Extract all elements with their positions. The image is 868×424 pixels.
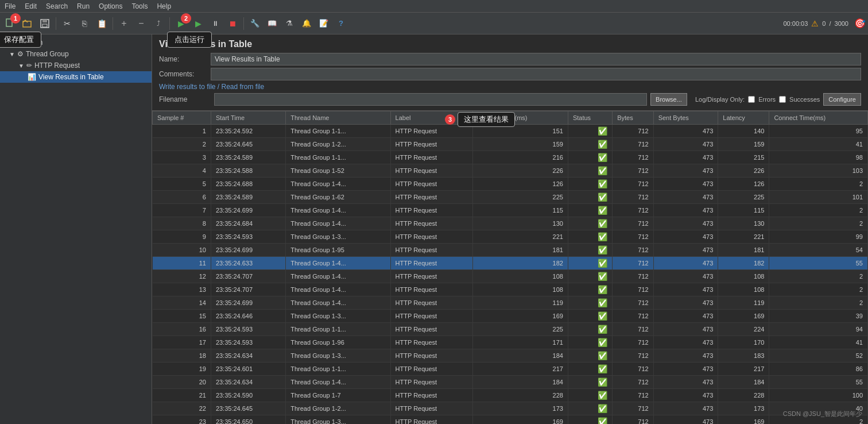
status-icon: ✅ xyxy=(598,391,607,400)
table-row[interactable]: 12 23:35:24.707 Thread Group 1-4... HTTP… xyxy=(153,270,868,283)
copy-button[interactable]: ⎘ xyxy=(76,16,92,32)
help-button[interactable]: ? xyxy=(333,16,349,32)
tree-expand-http-icon: ▼ xyxy=(18,63,24,69)
table-row[interactable]: 6 23:35:24.589 Thread Group 1-62 HTTP Re… xyxy=(153,191,868,204)
table-row[interactable]: 18 23:35:24.634 Thread Group 1-3... HTTP… xyxy=(153,349,868,363)
cell-label: HTTP Request xyxy=(390,125,473,138)
comments-input[interactable] xyxy=(211,68,861,80)
tree-http-request[interactable]: ▼ ✏ HTTP Request xyxy=(0,60,152,71)
cell-latency: 140 xyxy=(718,125,769,138)
table-row[interactable]: 23 23:35:24.650 Thread Group 1-3... HTTP… xyxy=(153,415,868,425)
start-no-pause-button[interactable]: ▶ xyxy=(190,16,206,32)
paste-button[interactable]: 📋 xyxy=(94,16,110,32)
table-row[interactable]: 15 23:35:24.646 Thread Group 1-3... HTTP… xyxy=(153,310,868,323)
results-table-container[interactable]: 3 这里查看结果 Sample # Start Time Thread Name… xyxy=(152,111,868,424)
filename-input[interactable] xyxy=(214,93,647,106)
cell-time: 23:35:24.684 xyxy=(211,217,285,230)
func4-button[interactable]: 🔔 xyxy=(299,16,315,32)
name-input[interactable] xyxy=(211,53,861,65)
cell-sample-time: 216 xyxy=(473,151,568,164)
configure-button[interactable]: Configure xyxy=(823,93,861,106)
func1-button[interactable]: 🔧 xyxy=(247,16,263,32)
status-icon: ✅ xyxy=(598,364,607,373)
cell-status: ✅ xyxy=(568,402,612,415)
remove-button[interactable]: − xyxy=(133,16,149,32)
menu-help[interactable]: Help xyxy=(152,1,176,11)
tree-view-results[interactable]: 📊 View Results in Table xyxy=(0,71,152,83)
cell-sent: 473 xyxy=(653,296,718,310)
cell-label: HTTP Request xyxy=(390,310,473,323)
table-row[interactable]: 17 23:35:24.593 Thread Group 1-96 HTTP R… xyxy=(153,336,868,349)
write-results-link[interactable]: Write results to file / Read from file xyxy=(159,83,861,91)
warning-icon: ⚠ xyxy=(811,19,819,28)
table-row[interactable]: 1 23:35:24.592 Thread Group 1-1... HTTP … xyxy=(153,125,868,138)
menu-file[interactable]: File xyxy=(0,1,20,11)
toolbar-status: 00:00:03 ⚠ 0 / 3000 🎯 xyxy=(784,18,866,29)
table-row[interactable]: 9 23:35:24.593 Thread Group 1-3... HTTP … xyxy=(153,230,868,244)
table-row[interactable]: 10 23:35:24.699 Thread Group 1-95 HTTP R… xyxy=(153,244,868,257)
cell-status: ✅ xyxy=(568,296,612,310)
pause-button[interactable]: ⏸ xyxy=(207,16,223,32)
cell-bytes: 712 xyxy=(613,310,653,323)
cell-sample-time: 225 xyxy=(473,323,568,336)
cell-label: HTTP Request xyxy=(390,204,473,217)
table-row[interactable]: 5 23:35:24.688 Thread Group 1-4... HTTP … xyxy=(153,178,868,191)
save-button[interactable] xyxy=(37,16,53,32)
cell-latency: 225 xyxy=(718,191,769,204)
cell-time: 23:35:24.707 xyxy=(211,270,285,283)
menu-options[interactable]: Options xyxy=(94,1,127,11)
add-button[interactable]: + xyxy=(116,16,132,32)
table-row[interactable]: 20 23:35:24.634 Thread Group 1-4... HTTP… xyxy=(153,376,868,389)
menu-tools[interactable]: Tools xyxy=(127,1,152,11)
table-row[interactable]: 4 23:35:24.588 Thread Group 1-52 HTTP Re… xyxy=(153,164,868,178)
errors-checkbox[interactable] xyxy=(748,96,755,103)
menu-run[interactable]: Run xyxy=(72,1,94,11)
table-row[interactable]: 19 23:35:24.601 Thread Group 1-1... HTTP… xyxy=(153,363,868,376)
func3-button[interactable]: ⚗ xyxy=(281,16,297,32)
tree-test-plan[interactable]: 📋 Test Plan xyxy=(0,37,152,48)
cell-sample-time: 217 xyxy=(473,363,568,376)
table-row[interactable]: 14 23:35:24.699 Thread Group 1-4... HTTP… xyxy=(153,296,868,310)
table-row[interactable]: 3 23:35:24.589 Thread Group 1-1... HTTP … xyxy=(153,151,868,164)
table-row[interactable]: 21 23:35:24.590 Thread Group 1-7 HTTP Re… xyxy=(153,389,868,402)
header-sample-time: Sample Time(ms) xyxy=(473,111,568,125)
stop-button[interactable]: ⏹ xyxy=(224,16,241,32)
cell-sample-time: 184 xyxy=(473,349,568,363)
cell-sample-time: 169 xyxy=(473,310,568,323)
table-row[interactable]: 16 23:35:24.593 Thread Group 1-1... HTTP… xyxy=(153,323,868,336)
func5-button[interactable]: 📝 xyxy=(316,16,332,32)
cell-status: ✅ xyxy=(568,230,612,244)
cell-sent: 473 xyxy=(653,270,718,283)
thread-group-icon: ⚙ xyxy=(17,50,24,58)
table-row[interactable]: 2 23:35:24.645 Thread Group 1-2... HTTP … xyxy=(153,138,868,151)
cell-latency: 126 xyxy=(718,178,769,191)
func2-button[interactable]: 📖 xyxy=(264,16,280,32)
cell-time: 23:35:24.634 xyxy=(211,376,285,389)
open-button[interactable] xyxy=(20,16,36,32)
cell-sent: 473 xyxy=(653,283,718,296)
cell-status: ✅ xyxy=(568,415,612,425)
cell-time: 23:35:24.592 xyxy=(211,125,285,138)
browse-up-button[interactable]: ⤴ xyxy=(150,16,166,32)
table-row[interactable]: 11 23:35:24.633 Thread Group 1-4... HTTP… xyxy=(153,257,868,270)
menu-edit[interactable]: Edit xyxy=(20,1,41,11)
cell-connect: 55 xyxy=(769,376,868,389)
table-row[interactable]: 8 23:35:24.684 Thread Group 1-4... HTTP … xyxy=(153,217,868,230)
cell-thread: Thread Group 1-4... xyxy=(286,376,390,389)
http-request-icon: ✏ xyxy=(26,61,32,70)
cell-sample-time: 225 xyxy=(473,191,568,204)
menu-search[interactable]: Search xyxy=(41,1,72,11)
tree-thread-group[interactable]: ▼ ⚙ Thread Group xyxy=(0,48,152,60)
cell-label: HTTP Request xyxy=(390,270,473,283)
table-row[interactable]: 22 23:35:24.645 Thread Group 1-2... HTTP… xyxy=(153,402,868,415)
cell-bytes: 712 xyxy=(613,257,653,270)
table-row[interactable]: 13 23:35:24.707 Thread Group 1-4... HTTP… xyxy=(153,283,868,296)
cell-sample-time: 181 xyxy=(473,244,568,257)
browse-button[interactable]: Browse... xyxy=(650,93,687,106)
table-row[interactable]: 7 23:35:24.699 Thread Group 1-4... HTTP … xyxy=(153,204,868,217)
cell-label: HTTP Request xyxy=(390,415,473,425)
cell-thread: Thread Group 1-62 xyxy=(286,191,390,204)
cell-connect: 98 xyxy=(769,151,868,164)
cut-button[interactable]: ✂ xyxy=(59,16,75,32)
successes-checkbox[interactable] xyxy=(779,96,786,103)
